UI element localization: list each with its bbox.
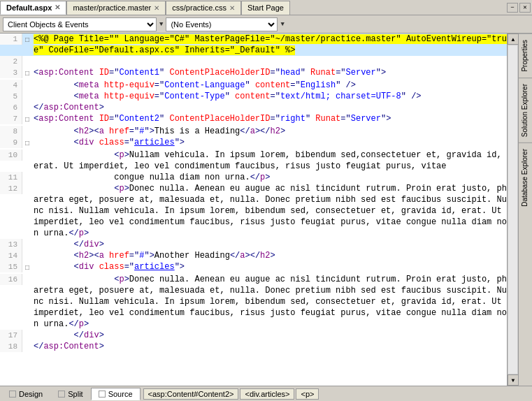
pin-button[interactable]: − (507, 3, 518, 13)
code-content-5: <meta http-equiv="Content-Type" content=… (32, 91, 507, 102)
sidebar-tab-database-explorer[interactable]: Database Explorer (519, 143, 532, 212)
line-number-8: 8 (0, 126, 22, 137)
line-number-1: 1 (0, 34, 22, 45)
tab-source[interactable]: Source (91, 388, 141, 400)
expand-icon-7[interactable]: □ (22, 113, 32, 126)
scroll-up-button[interactable]: ▲ (508, 34, 519, 45)
expand-icon-5 (22, 91, 32, 92)
window-controls: − ✕ (505, 3, 532, 13)
sidebar-tab-properties[interactable]: Properties (519, 34, 532, 78)
table-row: 4 <meta http-equiv="Content-Language" co… (0, 80, 507, 91)
tab-source-label: Source (108, 390, 133, 398)
tab-practice-master[interactable]: master/practice.master ✕ (66, 1, 166, 15)
tab-close-master[interactable]: ✕ (154, 4, 159, 12)
code-content-13: </div> (32, 239, 507, 250)
close-button[interactable]: ✕ (519, 3, 531, 13)
tab-design[interactable]: Design (1, 388, 50, 400)
code-content-9: <div class="articles"> (32, 137, 507, 148)
objects-dropdown-arrow[interactable]: ▼ (159, 21, 163, 28)
tab-split-label: Split (68, 390, 82, 398)
line-number-14: 14 (0, 250, 22, 261)
breadcrumb-item-div[interactable]: <div.articles> (240, 388, 294, 400)
table-row: 12 <p>Donec nulla. Aenean eu augue ac ni… (0, 183, 507, 239)
code-content-6: </asp:Content> (32, 102, 507, 113)
expand-icon-12 (22, 183, 32, 184)
code-content-18: </asp:Content> (32, 341, 507, 352)
vertical-scrollbar[interactable]: ▲ ▼ (507, 34, 518, 386)
scroll-track[interactable] (508, 45, 518, 374)
table-row: 13 </div> (0, 239, 507, 250)
line-number-3: 3 (0, 67, 22, 78)
table-row: 14 <h2><a href="#">Another Heading</a></… (0, 250, 507, 261)
expand-icon-14 (22, 250, 32, 251)
code-content-10: <p>Nullam vehicula. In ipsum lorem, bibe… (32, 150, 507, 172)
code-editor[interactable]: 1 □ <%@ Page Title="" Language="C#" Mast… (0, 34, 507, 386)
table-row: 5 <meta http-equiv="Content-Type" conten… (0, 91, 507, 102)
line-number-5: 5 (0, 91, 22, 102)
editor-toolbar: Client Objects & Events ▼ (No Events) ▼ (0, 15, 532, 34)
code-content-14: <h2><a href="#">Another Heading</a></h2> (32, 250, 507, 261)
title-bar: Default.aspx ✕ master/practice.master ✕ … (0, 0, 532, 15)
code-content-11: congue nulla diam non urna.</p> (32, 172, 507, 183)
code-content-2 (32, 56, 507, 67)
expand-icon-3[interactable]: □ (22, 67, 32, 80)
code-content-7: <asp:Content ID="Content2" ContentPlaceH… (32, 113, 507, 124)
line-number-9: 9 (0, 137, 22, 148)
expand-icon-4 (22, 80, 32, 81)
sidebar-tab-solution-explorer[interactable]: Solution Explorer (519, 78, 532, 143)
table-row: 18 </asp:Content> (0, 341, 507, 352)
line-number-15: 15 (0, 261, 22, 272)
table-row: 2 (0, 56, 507, 67)
line-number-2: 2 (0, 56, 22, 67)
expand-icon-13 (22, 239, 32, 240)
code-content-1: <%@ Page Title="" Language="C#" MasterPa… (32, 34, 507, 56)
breadcrumb-item-p[interactable]: <p> (296, 388, 319, 400)
tab-start-page[interactable]: Start Page (241, 1, 290, 15)
expand-icon-16 (22, 274, 32, 275)
code-content-4: <meta http-equiv="Content-Language" cont… (32, 80, 507, 91)
line-number-11: 11 (0, 172, 22, 183)
expand-icon-2 (22, 56, 32, 57)
line-number-18: 18 (0, 341, 22, 352)
editor-container: 1 □ <%@ Page Title="" Language="C#" Mast… (0, 34, 532, 386)
code-content-3: <asp:Content ID="Content1" ContentPlaceH… (32, 67, 507, 78)
line-number-10: 10 (0, 150, 22, 161)
objects-dropdown[interactable]: Client Objects & Events (3, 17, 157, 31)
breadcrumb: <asp:Content#Content2> <div.articles> <p… (143, 388, 531, 400)
table-row: 16 <p>Donec nulla. Aenean eu augue ac ni… (0, 274, 507, 330)
tab-close-css[interactable]: ✕ (229, 4, 235, 12)
line-number-6: 6 (0, 102, 22, 113)
expand-icon-18 (22, 341, 32, 342)
expand-icon-11 (22, 172, 32, 173)
expand-icon-10 (22, 150, 32, 151)
breadcrumb-item-content2[interactable]: <asp:Content#Content2> (143, 388, 239, 400)
table-row: 17 </div> (0, 330, 507, 341)
tab-design-label: Design (19, 390, 43, 398)
tab-default-aspx[interactable]: Default.aspx ✕ (0, 1, 66, 15)
code-content-12: <p>Donec nulla. Aenean eu augue ac nisl … (32, 183, 507, 239)
events-dropdown-arrow[interactable]: ▼ (280, 21, 284, 28)
expand-icon-17 (22, 330, 32, 331)
events-dropdown[interactable]: (No Events) (166, 17, 278, 31)
code-content-8: <h2><a href="#">This is a Heading</a></h… (32, 126, 507, 137)
table-row: 7 □ <asp:Content ID="Content2" ContentPl… (0, 113, 507, 126)
tab-close-default[interactable]: ✕ (55, 3, 60, 11)
table-row: 8 <h2><a href="#">This is a Heading</a><… (0, 126, 507, 137)
expand-icon-15[interactable]: □ (22, 261, 32, 274)
tab-split[interactable]: Split (50, 388, 90, 400)
table-row: 9 □ <div class="articles"> (0, 137, 507, 150)
right-sidebar: Properties Solution Explorer Database Ex… (518, 34, 532, 386)
line-number-12: 12 (0, 183, 22, 194)
tab-practice-css[interactable]: css/practice.css ✕ (166, 1, 241, 15)
scroll-down-button[interactable]: ▼ (508, 374, 519, 386)
line-number-13: 13 (0, 239, 22, 250)
expand-icon-1[interactable]: □ (22, 34, 32, 46)
code-lines: 1 □ <%@ Page Title="" Language="C#" Mast… (0, 34, 507, 352)
table-row: 3 □ <asp:Content ID="Content1" ContentPl… (0, 67, 507, 80)
bottom-bar: Design Split Source <asp:Content#Content… (0, 386, 532, 401)
table-row: 15 □ <div class="articles"> (0, 261, 507, 274)
code-content-17: </div> (32, 330, 507, 341)
table-row: 1 □ <%@ Page Title="" Language="C#" Mast… (0, 34, 507, 56)
table-row: 6 </asp:Content> (0, 102, 507, 113)
expand-icon-9[interactable]: □ (22, 137, 32, 150)
